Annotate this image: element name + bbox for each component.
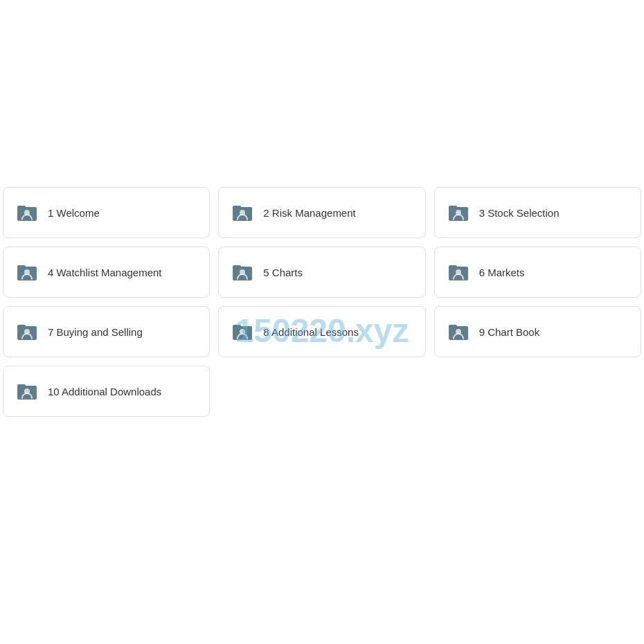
svg-rect-4	[233, 206, 241, 209]
course-label-3: 3 Stock Selection	[479, 207, 560, 219]
folder-icon-2	[230, 200, 255, 225]
folder-icon-10	[15, 379, 39, 404]
course-label-1: 1 Welcome	[48, 207, 100, 219]
svg-rect-10	[17, 265, 26, 269]
folder-icon-4	[15, 260, 39, 285]
course-label-10: 10 Additional Downloads	[48, 386, 161, 397]
course-label-7: 7 Buying and Selling	[48, 326, 143, 338]
svg-rect-22	[233, 325, 241, 328]
svg-rect-16	[449, 265, 457, 269]
folder-icon-1	[15, 200, 39, 225]
course-label-4: 4 Watchlist Management	[48, 267, 162, 278]
folder-icon-8	[230, 319, 255, 344]
course-item-4[interactable]: 4 Watchlist Management	[3, 247, 210, 298]
course-item-8[interactable]: 8 Additional Lessons	[218, 306, 425, 357]
course-grid: 1 Welcome 2 Risk Management	[0, 0, 644, 417]
folder-icon-3	[446, 200, 471, 225]
course-label-2: 2 Risk Management	[263, 207, 355, 219]
course-item-5[interactable]: 5 Charts	[218, 247, 425, 298]
course-item-6[interactable]: 6 Markets	[434, 247, 641, 298]
course-label-5: 5 Charts	[263, 267, 303, 278]
course-item-9[interactable]: 9 Chart Book	[434, 306, 641, 357]
course-item-3[interactable]: 3 Stock Selection	[434, 187, 641, 238]
folder-icon-6	[446, 260, 471, 285]
folder-icon-5	[230, 260, 255, 285]
course-item-1[interactable]: 1 Welcome	[3, 187, 210, 238]
course-label-8: 8 Additional Lessons	[263, 326, 359, 338]
svg-rect-19	[17, 325, 26, 328]
course-label-9: 9 Chart Book	[479, 326, 540, 338]
svg-rect-7	[449, 206, 457, 209]
course-item-2[interactable]: 2 Risk Management	[218, 187, 425, 238]
folder-icon-9	[446, 319, 471, 344]
course-item-7[interactable]: 7 Buying and Selling	[3, 306, 210, 357]
folder-icon-7	[15, 319, 39, 344]
svg-rect-1	[17, 206, 26, 209]
svg-rect-28	[17, 384, 26, 388]
course-item-10[interactable]: 10 Additional Downloads	[3, 366, 210, 417]
svg-rect-13	[233, 265, 241, 269]
course-label-6: 6 Markets	[479, 267, 525, 278]
svg-rect-25	[449, 325, 457, 328]
